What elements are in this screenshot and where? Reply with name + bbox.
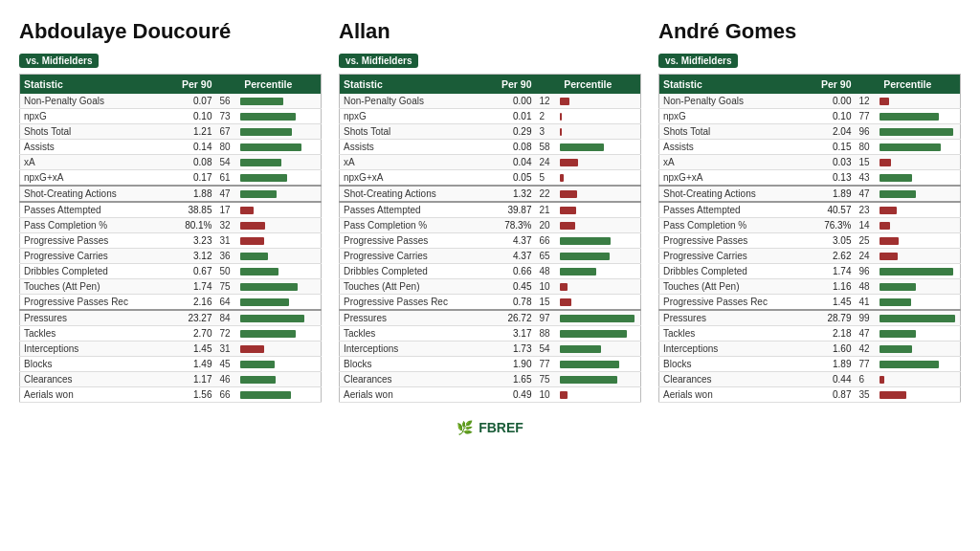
percentile-bar [880,207,897,214]
player-block-0: Abdoulaye Doucourévs. MidfieldersStatist… [19,19,322,403]
table-row: Tackles3.1788 [340,326,641,342]
percentile-cell: 10 [536,279,641,295]
percentile-bar [560,143,604,151]
percentile-value: 15 [859,157,877,167]
percentile-cell: 47 [856,326,961,342]
stat-name-cell: Blocks [340,357,486,372]
percentile-cell: 66 [216,387,322,403]
per90-cell: 1.88 [167,186,216,202]
per90-cell: 38.85 [167,202,216,218]
per90-cell: 0.29 [486,124,536,140]
stat-name-cell: Touches (Att Pen) [340,279,486,295]
per90-cell: 1.74 [806,264,856,279]
table-row: Shots Total2.0496 [659,124,961,140]
percentile-cell: 61 [216,170,322,187]
per90-cell: 23.27 [167,310,216,326]
table-row: Progressive Passes3.0525 [659,233,961,249]
per90-cell: 0.14 [167,140,216,155]
percentile-value: 75 [540,374,557,385]
percentile-value: 14 [859,220,877,231]
percentile-cell: 15 [536,295,641,311]
percentile-cell: 88 [536,326,641,342]
per90-cell: 1.45 [167,342,216,357]
percentile-cell: 47 [216,186,322,202]
table-row: Assists0.1480 [20,140,322,155]
percentile-cell: 46 [216,372,322,387]
stat-name-cell: Aerials won [20,387,167,403]
stats-table: StatisticPer 90PercentileNon-Penalty Goa… [339,74,641,403]
percentile-bar [240,283,298,291]
stat-name-cell: Assists [20,140,167,155]
percentile-cell: 41 [856,295,961,311]
per90-cell: 0.07 [167,94,216,109]
table-row: npxG0.1073 [20,109,322,124]
percentile-bar [240,391,291,399]
percentile-cell: 48 [856,279,961,295]
percentile-bar [560,315,635,322]
stat-name-cell: Touches (Att Pen) [659,279,806,295]
percentile-bar [560,207,576,214]
percentile-cell: 67 [216,124,322,140]
table-row: Interceptions1.6042 [659,342,961,357]
percentile-bar [560,159,578,166]
percentile-value: 23 [859,205,877,215]
table-row: Passes Attempted38.8517 [20,202,322,218]
percentile-bar [240,128,292,136]
stat-name-cell: xA [20,155,167,170]
stats-table: StatisticPer 90PercentileNon-Penalty Goa… [658,74,961,403]
percentile-value: 3 [540,126,557,137]
percentile-bar [240,174,287,182]
percentile-cell: 80 [856,140,961,155]
percentile-cell: 77 [856,109,961,124]
table-row: npxG+xA0.1343 [659,170,961,187]
stat-name-cell: Shots Total [20,124,167,140]
stat-name-cell: xA [340,155,486,170]
percentile-value: 15 [540,297,557,307]
table-row: Shot-Creating Actions1.8947 [659,186,961,202]
percentile-bar [240,98,283,105]
stat-name-cell: Pass Completion % [340,218,486,233]
percentile-bar [560,268,596,276]
vs-badge: vs. Midfielders [658,54,738,68]
table-row: xA0.0315 [659,155,961,170]
percentile-cell: 48 [536,264,641,279]
table-header: Per 90 [167,75,216,95]
per90-cell: 1.56 [167,387,216,403]
percentile-value: 66 [540,235,557,246]
per90-cell: 0.15 [806,140,856,155]
stat-name-cell: Interceptions [340,342,486,357]
stat-name-cell: Progressive Passes [340,233,486,249]
percentile-value: 10 [540,281,557,292]
stat-name-cell: Blocks [20,357,167,372]
percentile-bar [880,113,939,121]
table-row: Tackles2.7072 [20,326,322,342]
percentile-value: 43 [859,172,877,183]
table-row: Pass Completion %80.1%32 [20,218,322,233]
table-row: Pressures28.7999 [659,310,961,326]
table-row: Aerials won0.8735 [659,387,961,403]
percentile-value: 61 [220,172,237,183]
percentile-value: 47 [859,188,877,199]
per90-cell: 2.70 [167,326,216,342]
percentile-value: 47 [220,188,237,199]
percentile-cell: 84 [216,310,322,326]
player-name: Abdoulaye Doucouré [19,19,322,44]
percentile-bar [240,159,281,166]
players-container: Abdoulaye Doucourévs. MidfieldersStatist… [19,19,961,403]
percentile-bar [880,345,912,353]
table-row: Assists0.1580 [659,140,961,155]
per90-cell: 0.01 [486,109,536,124]
stat-name-cell: Clearances [659,372,806,387]
percentile-value: 97 [540,313,557,323]
stats-table: StatisticPer 90PercentileNon-Penalty Goa… [19,74,322,403]
stat-name-cell: npxG+xA [340,170,486,187]
table-header: Statistic [659,75,806,95]
stat-name-cell: Progressive Carries [20,249,167,264]
percentile-bar [560,298,571,306]
percentile-value: 21 [540,205,557,215]
percentile-bar [880,298,911,306]
percentile-value: 77 [859,111,877,121]
percentile-cell: 24 [856,249,961,264]
percentile-value: 77 [540,359,557,369]
percentile-cell: 72 [216,326,322,342]
